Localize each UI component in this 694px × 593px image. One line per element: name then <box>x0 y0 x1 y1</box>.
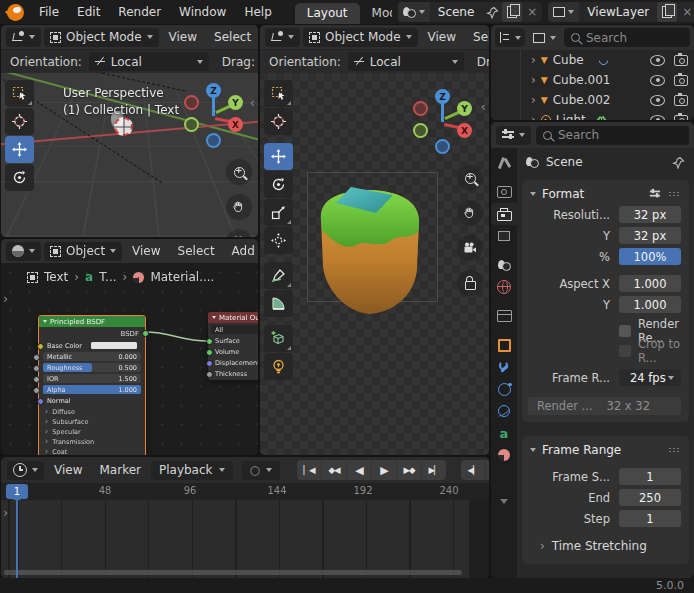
input-socket[interactable] <box>206 338 213 345</box>
hide-eye-icon[interactable] <box>650 55 665 66</box>
object-name[interactable]: Cube <box>553 53 584 67</box>
crop-region-checkbox[interactable] <box>619 345 631 357</box>
roughness-row[interactable]: Roughness 0.500 <box>43 363 141 372</box>
scene-name[interactable]: Scene <box>430 5 483 19</box>
gizmo-axis-x-neg[interactable] <box>184 95 199 110</box>
workspace-tab-modeling[interactable]: Modeling <box>360 3 392 24</box>
menu-edit[interactable]: Edit <box>68 0 109 24</box>
base-color-row[interactable]: Base Color <box>43 341 141 350</box>
aspect-x-field[interactable]: 1.000 <box>619 275 681 292</box>
material-output-node[interactable]: Material Output All Surface Volume Displ… <box>208 312 258 380</box>
lock-view-button[interactable] <box>457 270 483 296</box>
node-canvas[interactable]: Text › a T... › Material.... › Principle… <box>1 263 258 455</box>
menu-file[interactable]: File <box>30 0 68 24</box>
tab-render[interactable] <box>491 181 517 203</box>
volume-input-row[interactable]: Volume <box>215 347 258 356</box>
viewport-left-canvas[interactable]: User Perspective (1) Collection | Text Z… <box>1 73 258 237</box>
mode-dropdown[interactable]: Object Mode <box>303 28 418 47</box>
tab-object-data[interactable]: a <box>491 422 517 444</box>
disable-render-icon[interactable] <box>674 95 688 106</box>
frame-range-panel-header[interactable]: Frame Range <box>522 439 689 460</box>
outliner-row-light[interactable]: › Light <box>491 110 694 120</box>
tool-scale[interactable] <box>264 199 293 226</box>
frame-rate-dropdown[interactable]: 24 fps <box>619 369 681 386</box>
gizmo-axis-x[interactable]: X <box>228 117 243 132</box>
gizmo-axis-y[interactable]: Y <box>228 95 243 110</box>
breadcrumb-scene[interactable]: Scene <box>546 155 583 169</box>
shader-type-dropdown[interactable]: Object <box>44 242 122 261</box>
tool-move[interactable] <box>264 143 293 170</box>
tool-annotate[interactable] <box>264 262 293 289</box>
base-color-swatch[interactable] <box>91 342 137 349</box>
camera-view-button[interactable] <box>226 229 252 237</box>
metallic-row[interactable]: Metallic 0.000 <box>43 352 141 361</box>
expand-icon[interactable]: › <box>531 114 536 120</box>
pan-button[interactable] <box>226 194 252 220</box>
add-menu[interactable]: Add <box>225 244 258 258</box>
select-menu[interactable]: Select <box>207 30 258 44</box>
playback-dropdown[interactable]: Playback <box>151 461 233 480</box>
step-forward-button[interactable]: ▏▶ <box>485 460 489 480</box>
tool-cursor[interactable] <box>264 108 293 135</box>
jump-to-end-button[interactable]: ▶▏ <box>421 460 446 480</box>
gizmo-axis-z[interactable]: Z <box>206 83 221 98</box>
output-target-dropdown[interactable]: All <box>211 325 258 334</box>
disable-render-icon[interactable] <box>674 75 688 86</box>
input-socket[interactable] <box>33 354 40 361</box>
menu-window[interactable]: Window <box>170 0 235 24</box>
expand-icon[interactable]: › <box>531 74 536 86</box>
tool-add-cube[interactable] <box>264 325 293 352</box>
next-keyframe-button[interactable]: ▶◆ <box>396 460 421 480</box>
time-stretching-subpanel[interactable]: › Time Stretching <box>522 535 689 557</box>
section-specular[interactable]: ›Specular <box>41 427 145 436</box>
input-socket[interactable] <box>33 376 40 383</box>
timeline-ruler[interactable]: 48 96 144 192 240 1 <box>1 483 489 500</box>
timeline-track-area[interactable] <box>1 500 489 578</box>
orientation-dropdown[interactable]: Local <box>348 52 464 71</box>
navigation-gizmo[interactable]: Z Y X <box>411 89 477 155</box>
marker-menu[interactable]: Marker <box>92 463 147 477</box>
input-socket[interactable] <box>33 387 40 394</box>
playhead-line[interactable] <box>16 500 18 578</box>
viewlayer-name[interactable]: ViewLayer <box>579 5 657 19</box>
tool-select-box[interactable] <box>5 80 34 107</box>
node-header[interactable]: Principled BSDF <box>39 316 145 327</box>
remove-viewlayer-button[interactable]: × <box>677 2 694 22</box>
input-socket[interactable] <box>206 349 213 356</box>
input-socket[interactable] <box>206 360 213 367</box>
rendered-apple-cube[interactable] <box>307 172 436 322</box>
tab-scene[interactable] <box>491 254 517 276</box>
tab-strip-overflow[interactable] <box>491 490 517 512</box>
output-socket[interactable] <box>142 330 149 337</box>
sidebar-toggle-icon[interactable]: ‹ <box>481 99 486 114</box>
mode-dropdown[interactable]: Object Mode <box>44 28 159 47</box>
editor-type-selector[interactable] <box>265 28 300 47</box>
normal-row[interactable]: Normal <box>43 396 141 405</box>
play-button[interactable]: ▶ <box>371 460 396 480</box>
new-viewlayer-button[interactable] <box>657 2 677 22</box>
scene-browse-button[interactable] <box>398 2 430 22</box>
ior-row[interactable]: IOR 1.500 <box>43 374 141 383</box>
orientation-dropdown[interactable]: Local <box>89 52 209 71</box>
zoom-button[interactable] <box>457 165 483 191</box>
properties-search-input[interactable]: Search <box>536 126 689 145</box>
tool-cursor[interactable] <box>5 108 34 135</box>
object-name[interactable]: Cube.002 <box>553 93 611 107</box>
tab-world[interactable] <box>491 276 517 298</box>
editor-type-selector[interactable] <box>6 28 41 47</box>
frame-end-field[interactable]: 250 <box>619 489 681 506</box>
hide-eye-icon[interactable] <box>650 75 665 86</box>
render-region-checkbox[interactable] <box>619 325 631 337</box>
alpha-row[interactable]: Alpha 1.000 <box>43 385 141 394</box>
format-panel-header[interactable]: Format <box>522 183 689 204</box>
pin-id-button[interactable] <box>672 156 685 169</box>
tool-add-light[interactable] <box>264 353 293 380</box>
gizmo-axis-z[interactable]: Z <box>435 89 450 104</box>
tool-measure[interactable] <box>264 290 293 317</box>
menu-render[interactable]: Render <box>109 0 170 24</box>
section-transmission[interactable]: ›Transmission <box>41 437 145 446</box>
blender-logo-icon[interactable] <box>7 4 24 21</box>
tab-object[interactable] <box>491 334 517 356</box>
gizmo-axis-x[interactable]: X <box>457 123 472 138</box>
panel-drag-dots-icon[interactable] <box>668 447 681 452</box>
